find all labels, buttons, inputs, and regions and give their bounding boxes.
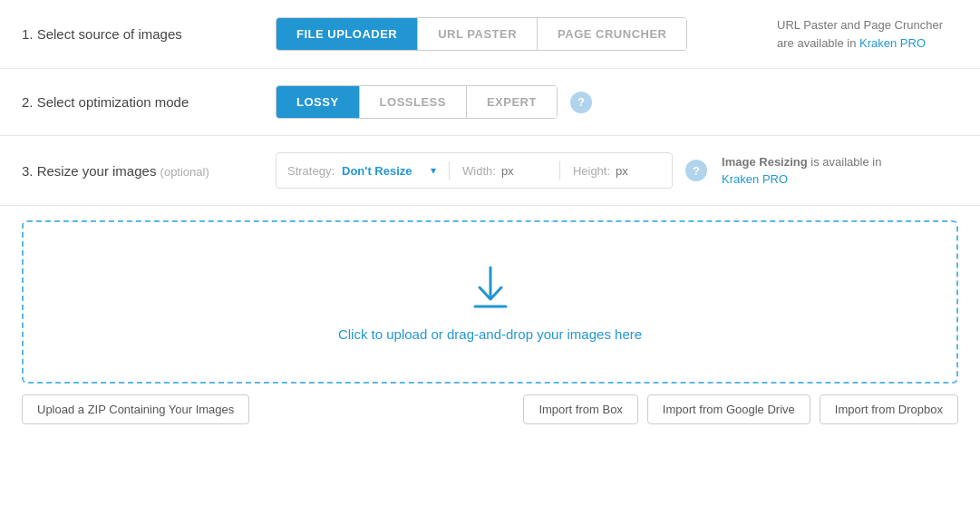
section3-info-text2: is available in (808, 155, 882, 169)
height-input[interactable] (616, 164, 661, 178)
resize-divider2 (559, 161, 560, 180)
page-cruncher-button[interactable]: PAGE CRUNCHER (538, 18, 686, 50)
lossy-button[interactable]: LOSSY (277, 86, 360, 118)
section-source: 1. Select source of images FILE UPLOADER… (0, 0, 980, 69)
section3-optional: (optional) (160, 165, 209, 179)
image-resizing-text: Image Resizing (722, 155, 808, 169)
section1-label: 1. Select source of images (22, 26, 276, 42)
url-paster-button[interactable]: URL PASTER (418, 18, 538, 50)
width-label: Width: (462, 164, 496, 178)
section1-label-text: 1. Select source of images (22, 26, 182, 42)
optimization-button-group: LOSSY LOSSLESS EXPERT (276, 85, 558, 119)
import-box-button[interactable]: Import from Box (523, 394, 637, 424)
section-resize: 3. Resize your images (optional) Strateg… (0, 136, 980, 206)
file-uploader-button[interactable]: FILE UPLOADER (277, 18, 418, 50)
optimization-help-icon[interactable]: ? (570, 92, 592, 113)
resize-controls: Strategy: Don't Resize Exact Portrait La… (276, 152, 673, 189)
source-button-group: FILE UPLOADER URL PASTER PAGE CRUNCHER (276, 17, 687, 51)
strategy-wrapper: Don't Resize Exact Portrait Landscape Au… (342, 164, 436, 178)
lossless-button[interactable]: LOSSLESS (360, 86, 467, 118)
import-gdrive-button[interactable]: Import from Google Drive (647, 394, 810, 424)
upload-container: Click to upload or drag-and-drop your im… (0, 206, 980, 384)
height-label: Height: (573, 164, 610, 178)
section2-label: 2. Select optimization mode (22, 94, 276, 110)
expert-button[interactable]: EXPERT (467, 86, 557, 118)
section1-info: URL Paster and Page Cruncher are availab… (777, 16, 958, 52)
strategy-label: Strategy: (287, 164, 335, 178)
bottom-right: Import from Box Import from Google Drive… (523, 394, 958, 424)
section-optimization: 2. Select optimization mode LOSSY LOSSLE… (0, 69, 980, 136)
width-input[interactable] (501, 164, 547, 178)
upload-zone[interactable]: Click to upload or drag-and-drop your im… (22, 220, 958, 384)
upload-text: Click to upload or drag-and-drop your im… (338, 326, 642, 342)
section3-info: Image Resizing is available in Kraken PR… (722, 153, 903, 189)
bottom-left: Upload a ZIP Containing Your Images (22, 394, 249, 424)
upload-icon (468, 263, 513, 316)
kraken-pro-link-2[interactable]: Kraken PRO (722, 172, 788, 186)
section3-label: 3. Resize your images (optional) (22, 163, 276, 179)
resize-help-icon[interactable]: ? (685, 160, 707, 181)
section3-label-text: 3. Resize your images (22, 163, 156, 179)
kraken-pro-link-1[interactable]: Kraken PRO (859, 36, 926, 50)
strategy-select[interactable]: Don't Resize Exact Portrait Landscape Au… (342, 164, 429, 178)
section2-label-text: 2. Select optimization mode (22, 94, 189, 110)
zip-upload-button[interactable]: Upload a ZIP Containing Your Images (22, 394, 249, 424)
bottom-bar: Upload a ZIP Containing Your Images Impo… (0, 384, 980, 435)
import-dropbox-button[interactable]: Import from Dropbox (820, 394, 958, 424)
resize-divider1 (449, 161, 450, 180)
